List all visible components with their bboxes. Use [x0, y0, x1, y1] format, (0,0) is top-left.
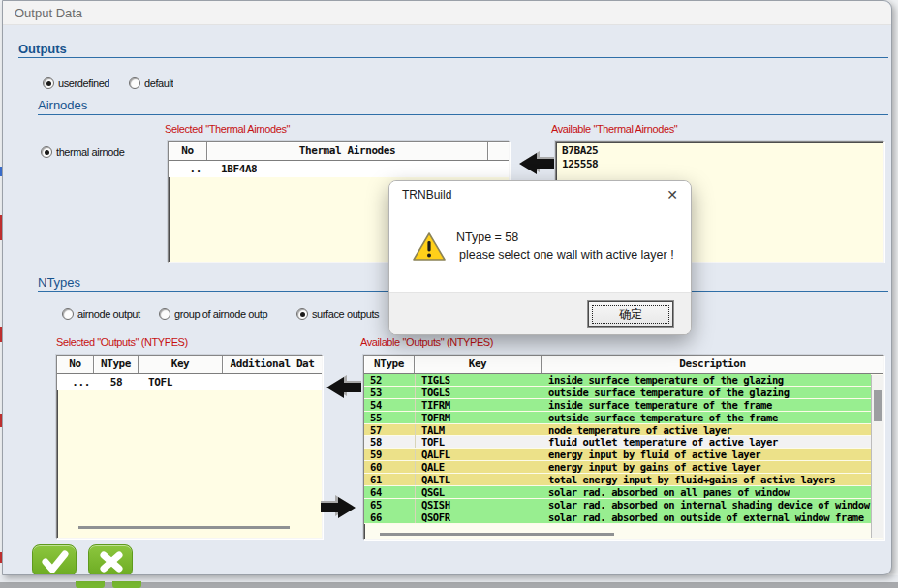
airnode-list-item[interactable]: 125558 [562, 158, 878, 171]
output-key-cell: TOFL [139, 376, 223, 388]
close-x-icon [89, 545, 134, 575]
ntype-cell: 64 [364, 486, 415, 498]
description-cell: energy input by gains of active layer [542, 461, 871, 473]
col-no[interactable]: No [169, 142, 207, 160]
ntype-cell: 59 [364, 449, 415, 460]
userdefined-radio[interactable] [43, 77, 54, 89]
available-airnodes-label: Available "Thermal Airnodes" [551, 123, 677, 135]
window-titlebar[interactable]: Output Data [3, 1, 891, 25]
selected-airnodes-header: No Thermal Airnodes [169, 142, 509, 161]
key-cell: QALTL [415, 474, 542, 485]
key-cell: QSGL [415, 486, 542, 498]
airnode-no-cell: .. [169, 163, 207, 175]
col-no[interactable]: No [57, 356, 94, 373]
key-cell: TOGLS [415, 387, 542, 398]
available-outputs-label: Available "Outputs" (NTYPES) [360, 336, 493, 348]
description-cell: outside surface temperature of the frame [542, 412, 871, 423]
default-radio[interactable] [129, 77, 140, 89]
description-cell: total energy input by fluid+gains of act… [542, 474, 871, 485]
move-airnode-left-arrow-button[interactable] [513, 151, 554, 180]
confirm-button[interactable]: 确定 [588, 301, 673, 327]
message-box-title: TRNBuild [402, 188, 451, 201]
airnode-name-cell: 1BF4A8 [207, 163, 257, 175]
available-output-row[interactable]: 65 QSISH solar rad. absorbed on internal… [364, 499, 871, 511]
message-line-2: please select one wall with active layer… [459, 248, 674, 262]
col-key[interactable]: Key [139, 356, 223, 373]
key-cell: QALE [415, 461, 542, 473]
screen: { "window": { "title": "Output Data" }, … [0, 0, 898, 588]
message-box-close-icon[interactable]: ✕ [662, 185, 683, 204]
available-output-row[interactable]: 55 TOFRM outside surface temperature of … [364, 412, 871, 424]
available-output-row[interactable]: 66 QSOFR solar rad. absorbed on outside … [364, 511, 871, 524]
vscrollbar-thumb[interactable] [874, 390, 882, 421]
message-line-1: NType = 58 [456, 231, 518, 244]
ntype-cell: 66 [364, 511, 415, 523]
available-outputs-hscrollbar[interactable] [380, 533, 614, 536]
airnode-output-radio[interactable] [62, 308, 74, 320]
outputs-heading: Outputs [18, 42, 67, 56]
col-additional-data[interactable]: Additional Dat [223, 356, 322, 373]
move-output-right-arrow-button[interactable] [321, 495, 361, 524]
airnode-row[interactable]: .. 1BF4A8 [169, 161, 509, 177]
thermal-airnode-radio-label[interactable]: thermal airnode [56, 146, 163, 158]
available-output-row[interactable]: 52 TIGLS inside surface temperature of t… [364, 374, 871, 387]
ntypes-heading: NTypes [38, 275, 80, 290]
group-output-radio-label[interactable]: group of airnode outp [174, 308, 298, 320]
description-cell: outside surface temperature of the glazi… [542, 387, 871, 398]
window-title: Output Data [15, 6, 82, 20]
warning-icon [412, 232, 447, 266]
thermal-airnode-radio[interactable] [41, 146, 52, 158]
col-description[interactable]: Description [542, 356, 883, 373]
confirm-button-label: 确定 [619, 307, 642, 321]
description-cell: inside surface temperature of the frame [542, 399, 871, 411]
ok-button[interactable] [32, 544, 77, 575]
col-key[interactable]: Key [415, 356, 542, 373]
selected-outputs-hscrollbar[interactable] [78, 526, 290, 529]
available-output-row[interactable]: 60 QALE energy input by gains of active … [364, 461, 871, 474]
selected-output-row[interactable]: ... 58 TOFL [57, 374, 322, 390]
key-cell: TALM [415, 424, 542, 436]
key-cell: TIFRM [415, 399, 542, 411]
ntype-cell: 58 [364, 436, 415, 448]
description-cell: node temperature of active layer [542, 424, 871, 436]
available-output-row[interactable]: 64 QSGL solar rad. absorbed on all panes… [364, 486, 871, 499]
description-cell: solar rad. absorbed on all panes of wind… [542, 486, 871, 498]
available-output-row[interactable]: 53 TOGLS outside surface temperature of … [364, 387, 871, 399]
cancel-button[interactable] [88, 544, 133, 575]
available-output-row[interactable]: 57 TALM node temperature of active layer [364, 424, 871, 437]
col-ntype[interactable]: NType [364, 356, 415, 373]
available-output-row[interactable]: 59 QALFL energy input by fluid of active… [364, 449, 871, 461]
airnode-list-item[interactable]: B7BA25 [562, 144, 878, 158]
key-cell: QSOFR [415, 511, 542, 523]
ntype-cell: 55 [364, 412, 415, 423]
background-green-button-stub [76, 581, 105, 588]
available-outputs-body: 52 TIGLS inside surface temperature of t… [364, 374, 871, 524]
available-output-row[interactable]: 58 TOFL fluid outlet temperature of acti… [364, 436, 871, 449]
key-cell: QALFL [415, 449, 542, 460]
airnode-output-radio-label[interactable]: airnode output [77, 308, 158, 320]
message-box-titlebar[interactable]: TRNBuild ✕ [389, 181, 691, 208]
col-ntype[interactable]: NType [94, 356, 139, 373]
background-green-button-stub [112, 581, 141, 588]
key-cell: QSISH [415, 499, 542, 511]
surface-output-radio[interactable] [296, 308, 308, 320]
available-outputs-table[interactable]: NType Key Description 52 TIGLS inside su… [363, 355, 884, 540]
available-output-row[interactable]: 54 TIFRM inside surface temperature of t… [364, 399, 871, 412]
group-output-radio[interactable] [159, 308, 170, 320]
key-cell: TOFRM [415, 412, 542, 423]
description-cell: energy input by fluid of active layer [542, 449, 871, 460]
available-output-row[interactable]: 61 QALTL total energy input by fluid+gai… [364, 474, 871, 486]
ntype-cell: 61 [364, 474, 415, 485]
available-outputs-vscrollbar[interactable] [871, 375, 883, 538]
description-cell: solar rad. absorbed on outside of extern… [542, 511, 871, 523]
description-cell: inside surface temperature of the glazin… [542, 374, 871, 386]
trnbuild-message-box: TRNBuild ✕ NType = 58 please select one … [388, 180, 692, 335]
key-cell: TIGLS [415, 374, 542, 386]
airnodes-heading: Airnodes [38, 98, 87, 112]
userdefined-radio-label[interactable]: userdefined [58, 77, 109, 89]
col-thermal-airnodes[interactable]: Thermal Airnodes [207, 142, 488, 160]
move-output-left-arrow-button[interactable] [321, 375, 361, 404]
default-radio-label[interactable]: default [144, 77, 173, 89]
selected-outputs-table[interactable]: No NType Key Additional Dat ... 58 TOFL [56, 355, 323, 539]
col-gutter [488, 142, 509, 160]
